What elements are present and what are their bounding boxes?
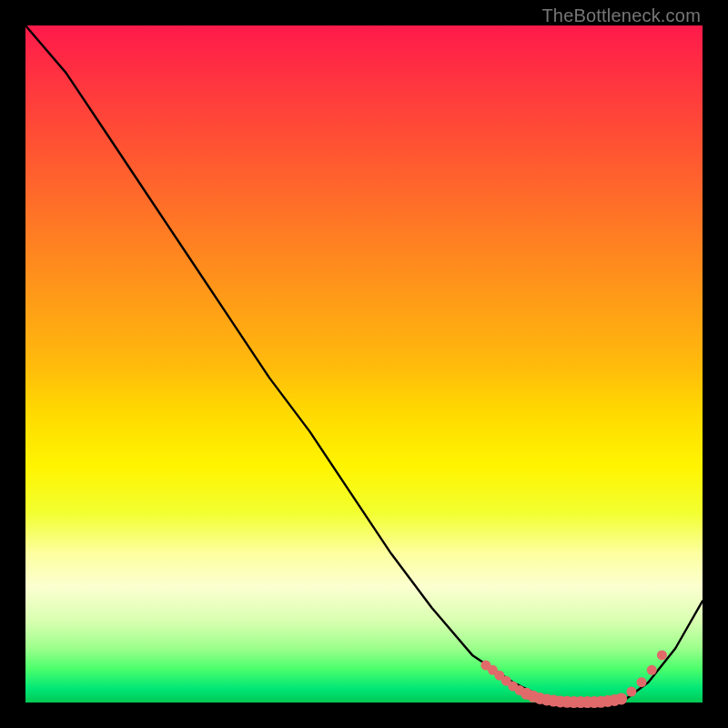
curve-path xyxy=(25,25,703,703)
marker-dot xyxy=(637,677,647,687)
chart-svg xyxy=(25,25,703,703)
marker-dot xyxy=(615,693,627,704)
marker-dot xyxy=(647,665,657,675)
marker-dots xyxy=(480,650,667,708)
marker-dot xyxy=(626,687,636,697)
plot-area xyxy=(25,25,703,703)
chart-stage: TheBottleneck.com xyxy=(0,0,728,728)
watermark-text: TheBottleneck.com xyxy=(541,5,701,26)
marker-dot xyxy=(657,650,667,660)
